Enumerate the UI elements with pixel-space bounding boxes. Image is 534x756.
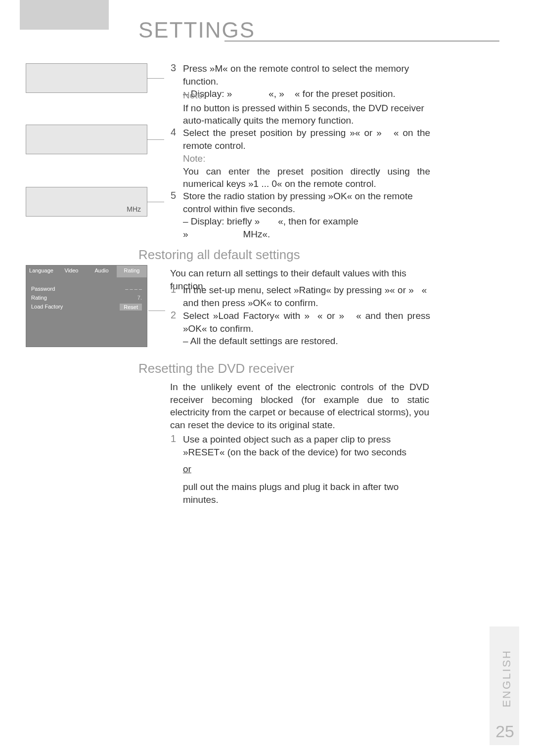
display-box-3: MHz (26, 187, 147, 217)
restore-step-2-number: 2 (166, 310, 176, 321)
restore-step-2-text: Select »Load Factory« with » « or » « an… (183, 310, 430, 348)
step-4-number: 4 (166, 127, 176, 138)
setup-row-load-factory: Load Factory Reset (31, 302, 142, 312)
footer-page-number: 25 (495, 722, 514, 741)
setup-menu-body: Password – – – – Rating 7. Load Factory … (26, 277, 147, 316)
display-box-3-mhz: MHz (127, 205, 141, 213)
heading-restore-defaults: Restoring all default settings (138, 247, 300, 263)
setup-menu-tabs: Language Video Audio Rating (26, 266, 147, 277)
title-rule (224, 41, 499, 42)
display-box-2 (26, 125, 147, 154)
connector-line-4 (148, 311, 165, 311)
step-5-text: Store the radio station by pressing »OK«… (183, 190, 430, 241)
setup-row-password: Password – – – – (31, 284, 142, 293)
reset-or: or (183, 463, 191, 476)
step-4-text: Select the preset position by pressing »… (183, 127, 430, 152)
setup-row-rating: Rating 7. (31, 293, 142, 302)
page-title: SETTINGS (138, 18, 255, 43)
display-box-1 (26, 63, 147, 93)
step-3-note: Note: If no button is pressed within 5 s… (183, 89, 430, 127)
restore-step-1-number: 1 (166, 284, 176, 295)
setup-tab-audio: Audio (87, 266, 117, 277)
heading-reset-receiver: Resetting the DVD receiver (138, 361, 294, 376)
connector-line-3 (147, 202, 164, 202)
connector-line-2 (147, 139, 164, 140)
step-5-number: 5 (166, 190, 176, 201)
reset-step-1-text: Use a pointed object such as a paper cli… (183, 433, 430, 458)
reset-step-1-number: 1 (166, 433, 176, 445)
setup-tab-video: Video (56, 266, 87, 277)
setup-tab-rating: Rating (117, 266, 147, 277)
footer-language: ENGLISH (500, 649, 513, 708)
connector-line-1 (147, 78, 164, 79)
header-accent-block (20, 0, 109, 30)
step-3-number: 3 (166, 62, 176, 74)
setup-menu-illustration: Language Video Audio Rating Password – –… (26, 265, 147, 347)
reset-step-1-alt: pull out the mains plugs and plug it bac… (183, 481, 430, 506)
restore-step-1-text: In the set-up menu, select »Rating« by p… (183, 284, 430, 309)
step-4-note: Note: You can enter the preset position … (183, 152, 430, 190)
reset-intro: In the unlikely event of the electronic … (170, 381, 429, 432)
setup-tab-language: Language (26, 266, 56, 277)
